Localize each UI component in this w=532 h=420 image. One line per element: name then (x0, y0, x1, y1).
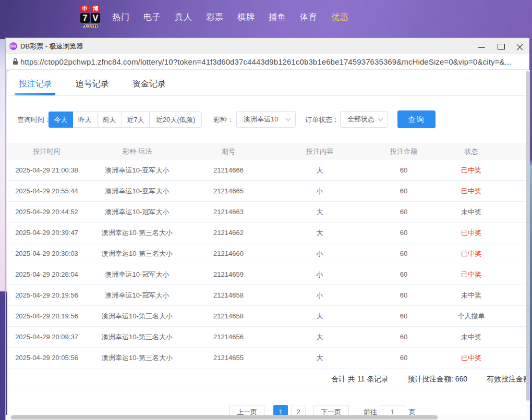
cell-status: 未中奖 (437, 285, 506, 305)
cell-play: 澳洲幸运10-冠军大小 (86, 264, 188, 285)
cell-play: 澳洲幸运10-冠军大小 (86, 285, 188, 305)
cell-status: 未中奖 (437, 327, 506, 347)
vertical-scrollbar[interactable] (526, 70, 530, 420)
url-text[interactable]: https://ctop02pchwp1.zfnc84.com/lottery/… (20, 54, 521, 69)
browser-urlbar[interactable]: https://ctop02pchwp1.zfnc84.com/lottery/… (6, 54, 529, 70)
nav-item-彩票[interactable]: 彩票 (198, 12, 232, 23)
cell-amount: 60 (371, 160, 437, 180)
logo-top-row: 申 博 (79, 5, 101, 13)
time-option-今天[interactable]: 今天 (49, 112, 73, 128)
cell-content: 大 (269, 160, 371, 180)
cell-time: 2025-04-29 20:19:56 (7, 285, 86, 305)
logo-mid-row: 7 V (79, 13, 101, 23)
lottery-select[interactable]: 澳洲幸运10 (236, 111, 296, 128)
cell-status: 已中奖 (437, 348, 506, 368)
maximize-button[interactable] (493, 38, 509, 54)
cell-status: 已中奖 (437, 160, 506, 180)
cell-status: 已中奖 (437, 223, 506, 243)
cell-status: 已中奖 (437, 243, 506, 264)
cell-status: 个人撤单 (437, 306, 506, 326)
cell-time: 2025-04-29 20:09:37 (7, 327, 86, 347)
cell-content: 小 (269, 243, 371, 264)
cell-amount: 60 (371, 223, 437, 243)
table-row: 2025-04-29 20:19:56澳洲幸运10-冠军大小21214658小6… (7, 285, 530, 306)
table-row: 2025-04-29 20:30:03澳洲幸运10-第三名大小21214660小… (7, 243, 530, 264)
cell-amount: 60 (371, 264, 437, 285)
minimize-button[interactable] (474, 38, 489, 54)
time-option-近7天[interactable]: 近7天 (122, 112, 150, 127)
column-header-投注时间: 投注时间 (7, 143, 86, 160)
nav-item-电子[interactable]: 电子 (136, 12, 169, 23)
time-option-昨天[interactable]: 昨天 (73, 112, 98, 127)
cell-play: 澳洲幸运10-第三名大小 (86, 306, 188, 326)
browser-window: DB DB彩票 - 极速浏览器 https://ctop02pchwp1.zfn… (5, 38, 529, 420)
browser-favicon: DB (9, 42, 17, 50)
nav-item-体育[interactable]: 体育 (292, 12, 325, 23)
cell-issue: 21214665 (188, 181, 269, 201)
cell-issue: 21214656 (188, 327, 269, 347)
table-row: 2025-04-29 20:19:56澳洲幸运10-第三名大小21214658大… (7, 306, 530, 327)
tab-资金记录[interactable]: 资金记录 (132, 78, 166, 90)
nav-item-优惠[interactable]: 优惠 (323, 12, 357, 23)
site-logo[interactable]: 申 博 7 V .com (79, 5, 101, 29)
lottery-filter-label: 彩种： (213, 111, 234, 128)
horizontal-scrollbar[interactable] (6, 415, 526, 420)
window-title: DB彩票 - 极速浏览器 (20, 38, 83, 54)
status-filter-label: 订单状态： (305, 111, 339, 128)
chevron-down-icon (285, 118, 291, 121)
time-option-近20天(低频)[interactable]: 近20天(低频) (150, 112, 201, 127)
column-header-彩种-玩法: 彩种-玩法 (86, 143, 188, 160)
cell-issue: 21214666 (188, 160, 269, 180)
nav-item-捕鱼[interactable]: 捕鱼 (261, 12, 294, 23)
records-card: 投注记录追号记录资金记录 查询时间： 今天昨天前天近7天近20天(低频) 彩种：… (7, 70, 530, 420)
horizontal-scrollbar-thumb[interactable] (11, 415, 438, 419)
nav-item-热门[interactable]: 热门 (104, 12, 138, 23)
cell-amount: 60 (371, 285, 437, 305)
vertical-scrollbar-thumb[interactable] (526, 71, 530, 401)
cell-issue: 21214658 (188, 285, 269, 305)
cell-status: 已中奖 (437, 181, 506, 201)
cell-amount: 60 (371, 306, 437, 326)
lottery-page: 投注记录追号记录资金记录 查询时间： 今天昨天前天近7天近20天(低频) 彩种：… (6, 70, 530, 420)
cell-amount: 60 (371, 243, 437, 264)
column-header-投注内容: 投注内容 (269, 143, 371, 160)
tab-投注记录[interactable]: 投注记录 (19, 78, 52, 90)
close-button[interactable] (512, 38, 527, 54)
cell-play: 澳洲幸运10-第三名大小 (86, 223, 188, 243)
cell-time: 2025-04-29 20:44:52 (7, 202, 86, 222)
cell-play: 澳洲幸运10-第三名大小 (86, 243, 188, 264)
cell-time: 2025-04-29 20:55:44 (7, 181, 86, 201)
cell-issue: 21214659 (188, 264, 269, 285)
nav-item-真人[interactable]: 真人 (167, 12, 200, 23)
lottery-select-value: 澳洲幸运10 (244, 112, 278, 127)
cell-status: 已中奖 (437, 264, 506, 285)
nav-item-棋牌[interactable]: 棋牌 (229, 12, 263, 23)
time-filter-label: 查询时间： (17, 111, 51, 128)
logo-com-text: .com (79, 22, 101, 29)
summary-row: 合计 共 11 条记录 预计投注金额: 660 有效投注金额 (7, 368, 530, 389)
lock-icon (13, 58, 18, 66)
cell-play: 澳洲幸运10-亚军大小 (86, 160, 188, 180)
column-header-期号: 期号 (188, 143, 269, 160)
cell-amount: 60 (371, 202, 437, 222)
tab-追号记录[interactable]: 追号记录 (76, 78, 109, 90)
screen: 申 博 7 V .com 热门电子真人彩票棋牌捕鱼体育优惠 DB DB彩票 - … (0, 0, 532, 420)
cell-content: 小 (269, 181, 371, 201)
logo-char-shen: 申 (80, 5, 90, 13)
cell-play: 澳洲幸运10-冠军大小 (86, 202, 188, 222)
browser-titlebar[interactable]: DB DB彩票 - 极速浏览器 (6, 38, 529, 54)
logo-char-v: V (91, 13, 100, 23)
summary-total: 合计 共 11 条记录 (331, 368, 389, 389)
cell-content: 大 (269, 348, 371, 368)
cell-time: 2025-04-29 20:39:47 (7, 223, 86, 243)
column-header-投注金额: 投注金额 (371, 143, 437, 160)
status-select[interactable]: 全部状态 (340, 111, 388, 128)
cell-time: 2025-04-29 20:19:56 (7, 306, 86, 326)
cell-amount: 60 (371, 327, 437, 347)
summary-valid-amount: 有效投注金额 (487, 368, 530, 389)
cell-content: 大 (269, 202, 371, 222)
cell-content: 小 (269, 264, 371, 285)
status-select-value: 全部状态 (347, 112, 374, 127)
time-option-前天[interactable]: 前天 (98, 112, 122, 127)
search-button[interactable]: 查询 (397, 110, 436, 128)
